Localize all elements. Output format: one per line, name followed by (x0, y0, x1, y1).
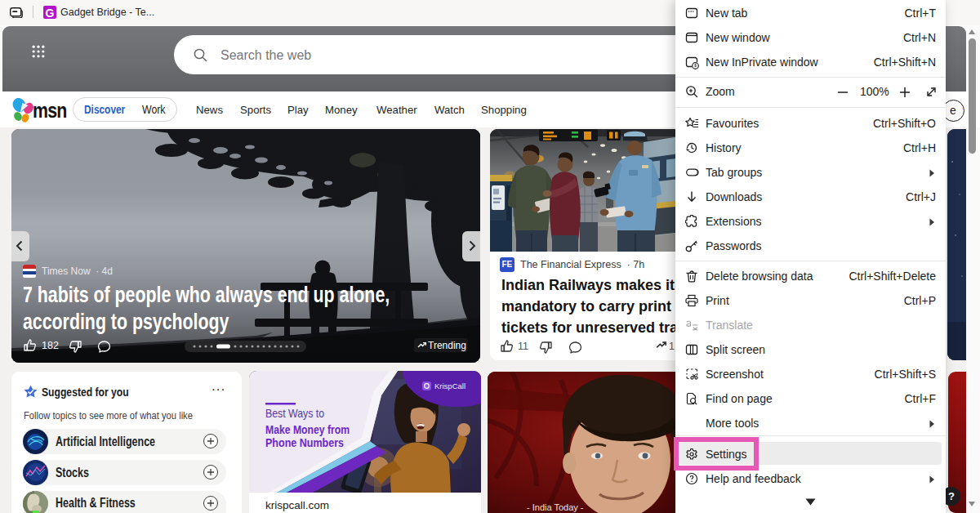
svg-text:Make Money from: Make Money from (265, 422, 350, 436)
svg-text:- India Today -: - India Today - (527, 502, 584, 512)
svg-text:Phone Numbers: Phone Numbers (265, 435, 344, 449)
svg-text:Best Ways to: Best Ways to (265, 407, 324, 420)
svg-text:KrispCall: KrispCall (434, 381, 466, 390)
